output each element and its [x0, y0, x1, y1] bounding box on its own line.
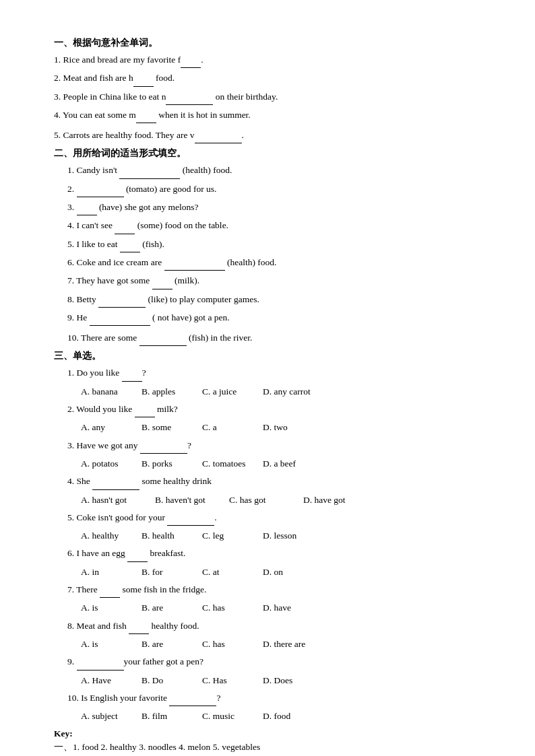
section3-q8-stem: 8. Meat and fish healthy food. — [67, 618, 481, 634]
section2-q3: 3. (have) she got any melons? — [67, 199, 481, 215]
section2-q10: 10. There are some (fish) in the river. — [67, 330, 481, 346]
page: 一、根据句意补全单词。 1. Rice and bread are my fav… — [0, 0, 535, 756]
section3-q5-stem: 5. Coke isn't good for your . — [67, 510, 481, 526]
section3-q10-choices: A. subjectB. filmC. musicD. food — [81, 708, 481, 724]
section2-q5: 5. I like to eat (fish). — [67, 236, 481, 252]
section2-q7: 7. They have got some (milk). — [67, 273, 481, 289]
section1-q2: 2. Meat and fish are h food. — [54, 70, 481, 86]
key-title: Key: — [54, 728, 73, 738]
section2-q2: 2. (tomato) are good for us. — [67, 181, 481, 197]
section2-q6: 6. Coke and ice cream are (health) food. — [67, 254, 481, 271]
section1-title: 一、根据句意补全单词。 — [54, 37, 481, 49]
section2-title: 二、用所给词的适当形式填空。 — [54, 147, 481, 160]
section2-q1: 1. Candy isn't (health) food. — [67, 162, 481, 178]
section2-q4: 4. I can't see (some) food on the table. — [67, 217, 481, 234]
section3-q4-stem: 4. She some healthy drink — [67, 473, 481, 489]
section3-q3-stem: 3. Have we got any ? — [67, 438, 481, 454]
section1-q3: 3. People in China like to eat n on thei… — [54, 89, 481, 105]
section2-q9: 9. He ( not have) got a pen. — [67, 310, 481, 326]
section2-q8: 8. Betty (like) to play computer games. — [67, 291, 481, 308]
section3-q6-choices: A. inB. forC. atD. on — [81, 564, 481, 580]
section3-q2-choices: A. anyB. someC. aD. two — [81, 419, 481, 436]
section3-q9-stem: 9. your father got a pen? — [67, 654, 481, 670]
section1-q5: 5. Carrots are healthy food. They are v. — [54, 127, 481, 143]
section3-q4-choices: A. hasn't gotB. haven't gotC. has gotD. … — [81, 492, 481, 508]
section3-q10-stem: 10. Is English your favorite ? — [67, 690, 481, 706]
key-section: Key: 一、1. food 2. healthy 3. noodles 4. … — [54, 728, 481, 756]
section3-q2-stem: 2. Would you like milk? — [67, 401, 481, 417]
section3-q7-stem: 7. There some fish in the fridge. — [67, 582, 481, 598]
section3-title: 三、单选。 — [54, 350, 481, 362]
section3-q7-choices: A. isB. areC. hasD. have — [81, 600, 481, 616]
section3-q1-stem: 1. Do you like ? — [67, 365, 481, 381]
section3-q3-choices: A. potatosB. porksC. tomatoesD. a beef — [81, 456, 481, 472]
section1-q1: 1. Rice and bread are my favorite f. — [54, 52, 481, 68]
section1-q4: 4. You can eat some m when it is hot in … — [54, 107, 481, 123]
section3-q5-choices: A. healthyB. healthC. legD. lesson — [81, 528, 481, 544]
section3-q9-choices: A. HaveB. DoC. HasD. Does — [81, 673, 481, 689]
section3-q1-choices: A. bananaB. applesC. a juiceD. any carro… — [81, 384, 481, 400]
section3-q8-choices: A. isB. areC. hasD. there are — [81, 636, 481, 652]
key-line1: 一、1. food 2. healthy 3. noodles 4. melon… — [54, 739, 481, 755]
section3-q6-stem: 6. I have an egg breakfast. — [67, 545, 481, 561]
